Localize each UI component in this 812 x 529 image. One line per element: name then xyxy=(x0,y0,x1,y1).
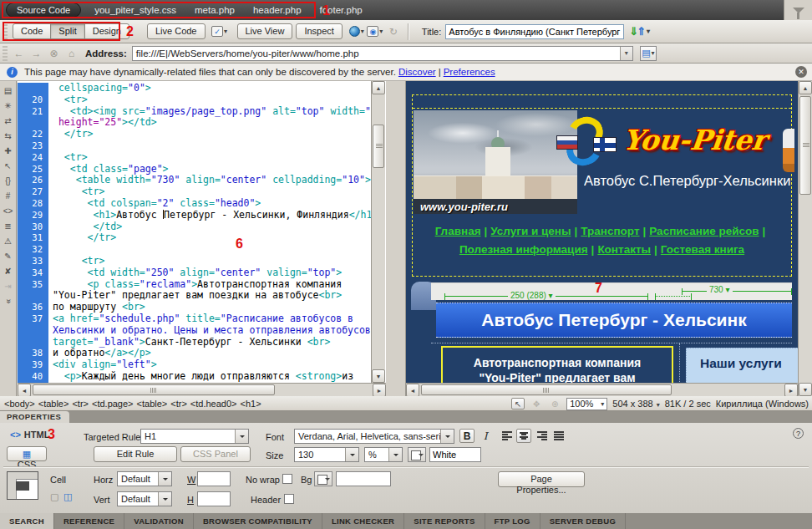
highlight-invalid-code-icon[interactable]: <> xyxy=(2,206,15,216)
split-view-button[interactable]: Split xyxy=(50,23,84,39)
page-h1-banner[interactable]: Автобус Петербург - Хельсинк xyxy=(436,303,792,338)
tag-selector-item[interactable]: <h1> xyxy=(241,399,261,409)
no-wrap-checkbox[interactable] xyxy=(282,474,292,484)
design-menu-link[interactable]: Гостевая книга xyxy=(661,243,744,256)
inspect-button[interactable]: Inspect xyxy=(296,23,342,39)
tag-selector-item[interactable]: <tr> xyxy=(170,399,187,409)
page-properties-button[interactable]: Page Properties... xyxy=(498,471,585,487)
font-select[interactable]: Verdana, Arial, Helvetica, sans-serif xyxy=(294,429,454,444)
code-view-button[interactable]: Code xyxy=(13,23,51,39)
expand-all-icon[interactable]: ✚ xyxy=(2,146,15,155)
results-tab-link-checker[interactable]: LINK CHECKER xyxy=(322,513,404,529)
code-vscroll-thumb[interactable] xyxy=(373,125,384,168)
preferences-link[interactable]: Preferences xyxy=(444,67,495,77)
view-options-icon[interactable]: ▤▾ xyxy=(640,46,657,61)
bold-button[interactable]: B xyxy=(459,429,475,443)
toolbar-grip[interactable] xyxy=(3,24,8,39)
align-center-icon[interactable] xyxy=(516,429,531,443)
align-right-icon[interactable] xyxy=(535,429,550,443)
scroll-right-icon[interactable]: ► xyxy=(373,384,386,396)
text-color-input[interactable] xyxy=(429,447,481,462)
horz-select[interactable]: Default xyxy=(117,471,172,486)
related-file-tab[interactable]: meta.php xyxy=(195,5,235,15)
scroll-left-icon[interactable]: ◄ xyxy=(18,384,31,396)
bg-color-swatch[interactable] xyxy=(314,471,332,486)
header-checkbox[interactable] xyxy=(284,494,294,504)
results-tab-reference[interactable]: REFERENCE xyxy=(54,513,124,529)
html-mode-button[interactable]: <>HTML xyxy=(10,430,49,440)
design-menu-link[interactable]: Расписание рейсов xyxy=(649,225,759,237)
merge-cells-icon[interactable]: ▢ xyxy=(50,491,58,502)
collapse-selection-icon[interactable]: ⇆ xyxy=(2,131,15,140)
tag-selector-item[interactable]: <body> xyxy=(4,399,35,409)
design-view-button[interactable]: Design xyxy=(84,23,129,39)
code-lines[interactable]: cellspacing="0">20 <tr>21 <td><img src="… xyxy=(18,83,371,383)
design-menu-link[interactable]: Транспорт xyxy=(581,225,639,237)
cell-height-input[interactable] xyxy=(197,491,231,506)
scroll-right-icon[interactable]: ► xyxy=(784,384,798,396)
results-tab-validation[interactable]: VALIDATION xyxy=(124,513,194,529)
width-250-label[interactable]: 250 (288) ▾ xyxy=(508,291,556,300)
code-view[interactable]: cellspacing="0">20 <tr>21 <td><img src="… xyxy=(18,81,386,396)
results-tab-site-reports[interactable]: SITE REPORTS xyxy=(404,513,485,529)
help-icon[interactable]: ? xyxy=(793,428,804,439)
pointer-tool-icon[interactable]: ↖ xyxy=(511,398,525,409)
width-730-label[interactable]: 730 ▾ xyxy=(707,285,733,294)
results-tab-server-debug[interactable]: SERVER DEBUG xyxy=(540,513,626,529)
open-documents-icon[interactable]: ▤ xyxy=(2,86,15,95)
results-tab-search[interactable]: SEARCH xyxy=(0,513,54,529)
css-mode-button[interactable]: ▦ CSS xyxy=(7,446,47,461)
apply-comment-icon[interactable]: ✎ xyxy=(2,252,15,261)
collapse-full-tag-icon[interactable]: ⇄ xyxy=(2,116,15,125)
source-code-tab[interactable]: Source Code xyxy=(6,3,81,18)
align-justify-icon[interactable] xyxy=(551,429,566,443)
text-color-swatch[interactable] xyxy=(408,447,426,462)
code-horizontal-scrollbar[interactable]: ◄ ► xyxy=(18,383,386,396)
filter-related-files-button[interactable] xyxy=(784,0,812,20)
tag-selector-item[interactable]: <tr> xyxy=(72,399,89,409)
design-view[interactable]: www.you-piter.ru You-Piter Автобус С.Пет… xyxy=(406,81,798,396)
magnification-select[interactable]: 100%▾ xyxy=(566,398,607,410)
bg-color-input[interactable] xyxy=(336,471,391,486)
check-browser-compatibility-icon[interactable]: ◉▾ xyxy=(366,23,384,39)
related-file-tab[interactable]: you_piter_style.css xyxy=(94,5,176,15)
scroll-up-icon[interactable]: ▲ xyxy=(372,81,385,94)
code-navigator-icon[interactable]: ✳ xyxy=(2,101,15,110)
split-cell-icon[interactable]: ◫ xyxy=(63,491,72,502)
design-vscroll-thumb[interactable] xyxy=(799,96,811,195)
scroll-down-icon[interactable]: ▼ xyxy=(799,383,812,396)
live-code-button[interactable]: Live Code xyxy=(147,23,206,39)
edit-rule-button[interactable]: Edit Rule xyxy=(94,446,177,462)
design-menu-link[interactable]: Полезная информация xyxy=(459,243,588,256)
size-select[interactable]: 130 xyxy=(294,447,359,462)
table-width-bar[interactable]: 730 ▾ 250 (288) ▾ xyxy=(431,282,792,300)
tag-selector-item[interactable]: <td.head0> xyxy=(190,399,237,409)
css-panel-button[interactable]: CSS Panel xyxy=(180,446,251,462)
page-table-outline[interactable]: www.you-piter.ru You-Piter Автобус С.Пет… xyxy=(412,94,792,277)
code-vertical-scrollbar[interactable]: ▲ ▼ xyxy=(371,81,385,383)
wrap-lines-icon[interactable]: ≣ xyxy=(2,221,15,231)
scroll-up-icon[interactable]: ▲ xyxy=(799,81,812,94)
close-infobar-icon[interactable]: ✕ xyxy=(795,66,807,78)
design-horizontal-scrollbar[interactable]: ◄ ► xyxy=(406,383,798,396)
tag-selector-item[interactable]: <table> xyxy=(137,399,168,409)
live-view-options-icon[interactable]: ✓▾ xyxy=(211,23,229,39)
remove-comment-icon[interactable]: ✘ xyxy=(2,267,15,276)
vert-select[interactable]: Default xyxy=(117,491,172,506)
window-size-select[interactable]: 504 x 388 ▾ xyxy=(612,399,659,409)
properties-tab[interactable]: PROPERTIES xyxy=(0,411,69,423)
discover-link[interactable]: Discover xyxy=(398,67,436,77)
targeted-rule-select[interactable]: H1 xyxy=(140,429,249,444)
indent-icon[interactable]: ⇥ xyxy=(2,282,15,291)
align-left-icon[interactable] xyxy=(500,429,515,443)
line-numbers-icon[interactable]: # xyxy=(2,191,15,201)
cell-width-input[interactable] xyxy=(197,471,231,486)
design-menu-link[interactable]: Услуги и цены xyxy=(490,225,571,237)
address-dropdown-icon[interactable]: ▾ xyxy=(620,47,632,60)
italic-button[interactable]: I xyxy=(478,429,493,443)
tag-selector-item[interactable]: <table> xyxy=(38,399,69,409)
address-input[interactable]: file:///E|/WebServers/home/you-piter/www… xyxy=(132,46,633,61)
code-hscroll-thumb[interactable] xyxy=(33,384,275,395)
results-tab-browser-compatibility[interactable]: BROWSER COMPATIBILITY xyxy=(194,513,322,529)
balance-braces-icon[interactable]: {} xyxy=(2,176,15,186)
